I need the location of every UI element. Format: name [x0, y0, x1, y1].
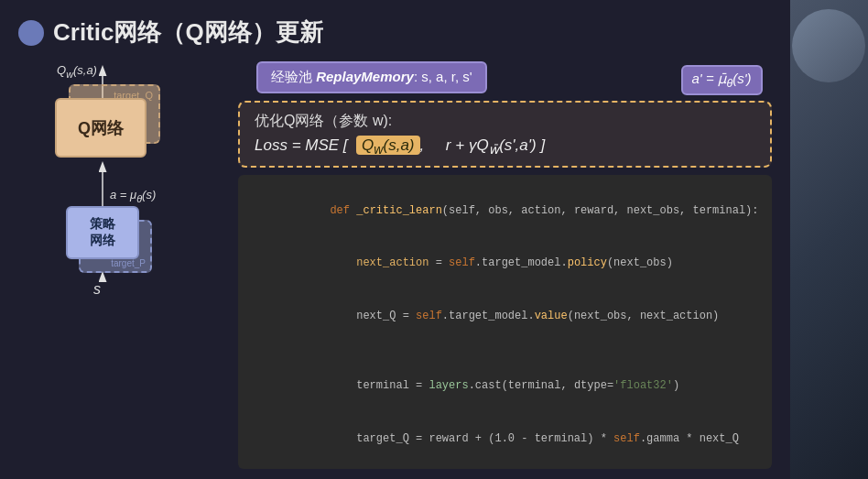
q-network-label: Q网络 [78, 117, 124, 139]
code-line-3: next_Q = self.target_model.value(next_ob… [251, 290, 759, 343]
formula-main: Loss = MSE [ Qw(s,a), r + γQw̄(s',a') ] [255, 136, 755, 157]
replay-memory-box: 经验池 ReplayMemory: s, a, r, s' [256, 61, 487, 93]
target-p-label: target_P [111, 258, 146, 268]
strategy-box: 策略网络 [66, 206, 139, 259]
code-line-7: target_Q.stop_gradient = True [251, 465, 759, 469]
code-line-4 [251, 343, 759, 360]
a-prime-box: a' = μ̄θ(s') [681, 65, 763, 95]
a-mu-label: a = μθ(s) [110, 188, 156, 204]
code-area: def _critic_learn(self, obs, action, rew… [238, 175, 772, 469]
s-label: s [93, 281, 101, 298]
speaker-area [790, 0, 868, 479]
formula-title: 优化Q网络（参数 w): [255, 112, 755, 131]
code-line-6: target_Q = reward + (1.0 - terminal) * s… [251, 413, 759, 466]
replay-memory-label: 经验池 ReplayMemory: s, a, r, s' [271, 69, 472, 86]
q-network-box: Q网络 [55, 98, 146, 158]
speaker-video [790, 0, 868, 479]
code-line-5: terminal = layers.cast(terminal, dtype='… [251, 360, 759, 413]
formula-area: 优化Q网络（参数 w): Loss = MSE [ Qw(s,a), r + γ… [238, 101, 772, 168]
title-dot [18, 20, 44, 46]
code-line-2: next_action = self.target_model.policy(n… [251, 237, 759, 290]
strategy-label: 策略网络 [90, 216, 115, 249]
slide-area: Critic网络（Q网络）更新 Qw(s,a) target_Q Q网络 [0, 0, 790, 479]
speaker-avatar [792, 9, 865, 82]
right-area: 经验池 ReplayMemory: s, a, r, s' a' = μ̄θ(s… [238, 61, 772, 469]
code-line-1: def _critic_learn(self, obs, action, rew… [251, 184, 759, 237]
main-container: Critic网络（Q网络）更新 Qw(s,a) target_Q Q网络 [0, 0, 868, 479]
right-formula-row: 经验池 ReplayMemory: s, a, r, s' a' = μ̄θ(s… [238, 61, 772, 93]
slide-title: Critic网络（Q网络）更新 [18, 16, 772, 49]
left-diagram: Qw(s,a) target_Q Q网络 target_P 策略网络 [18, 61, 229, 469]
qw-sa-top-label: Qw(s,a) [57, 63, 97, 80]
a-prime-label: a' = μ̄θ(s') [692, 71, 752, 86]
page-title: Critic网络（Q网络）更新 [53, 16, 323, 49]
content-area: Qw(s,a) target_Q Q网络 target_P 策略网络 [18, 61, 772, 469]
qw-highlight: Qw(s,a) [356, 136, 419, 155]
